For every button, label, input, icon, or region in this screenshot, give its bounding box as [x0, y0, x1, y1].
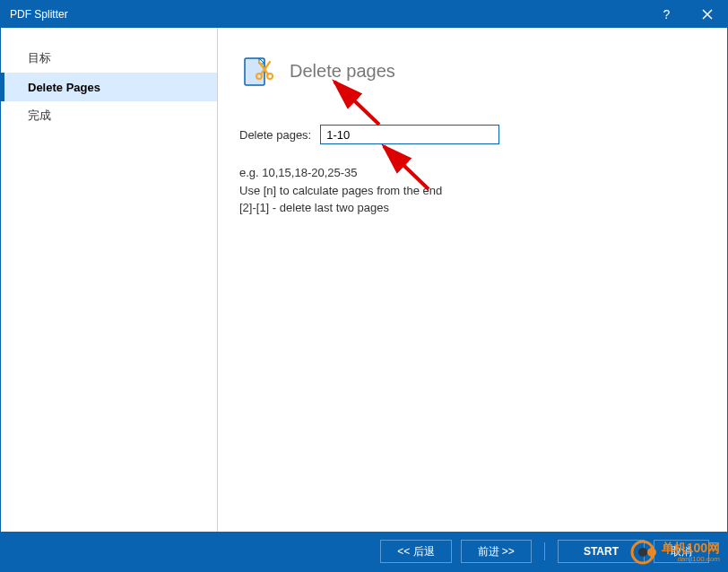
close-button[interactable] [687, 1, 727, 28]
hint-text: e.g. 10,15,18-20,25-35 Use [n] to calcul… [239, 164, 706, 217]
content-pane: Delete pages Delete pages: e.g. 10,15,18… [218, 28, 727, 532]
sidebar-item-target[interactable]: 目标 [1, 44, 217, 73]
delete-pages-label: Delete pages: [239, 128, 311, 142]
page-title: Delete pages [290, 61, 395, 82]
back-button[interactable]: << 后退 [380, 540, 451, 563]
sidebar-item-delete-pages[interactable]: Delete Pages [1, 73, 217, 101]
forward-button[interactable]: 前进 >> [461, 540, 532, 563]
footer: << 后退 前进 >> START 取消 [1, 532, 727, 571]
cancel-button[interactable]: 取消 [654, 540, 709, 563]
content-header: Delete pages [239, 53, 706, 89]
titlebar: PDF Splitter ? [1, 1, 727, 28]
app-window: PDF Splitter ? 目标 Delete Pages 完成 [0, 0, 728, 572]
sidebar-item-label: 完成 [28, 108, 51, 124]
delete-pages-row: Delete pages: [239, 125, 706, 144]
sidebar-item-label: Delete Pages [28, 81, 100, 94]
scissors-page-icon [239, 53, 275, 89]
window-title: PDF Splitter [10, 8, 68, 21]
sidebar-item-finish[interactable]: 完成 [1, 101, 217, 130]
sidebar: 目标 Delete Pages 完成 [1, 28, 218, 532]
sidebar-item-label: 目标 [28, 50, 51, 66]
window-body: 目标 Delete Pages 完成 Del [1, 28, 727, 532]
start-button[interactable]: START [558, 540, 645, 563]
help-button[interactable]: ? [646, 1, 687, 28]
delete-pages-input[interactable] [320, 125, 499, 144]
close-icon [702, 9, 713, 20]
